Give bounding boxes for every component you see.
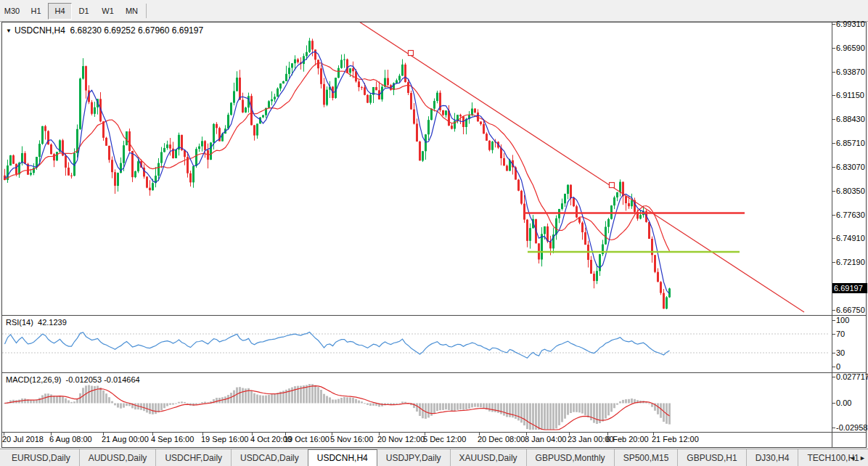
candlestick-chart[interactable] [2,23,832,315]
rsi-axis-label: 70 [836,330,845,338]
axis-divider [832,23,832,447]
price-axis-label: 6.91150 [836,91,864,99]
rsi-axis-label: 100 [836,316,849,324]
pane-separator [2,432,866,433]
price-axis-label: 6.85710 [836,139,865,147]
toolbar-separator [146,4,147,18]
time-axis-tick [607,433,608,436]
time-axis-tick [569,433,570,436]
tab-usdcnh-h4[interactable]: USDCNH,H4 [308,449,377,466]
price-axis-label: 6.74910 [836,234,865,242]
symbol-tabbar: EURUSD,DailyAUDUSD,DailyUSDCHF,DailyUSDC… [0,449,868,466]
macd-values: -0.012053 -0.014664 [66,375,140,384]
time-axis-label: 19 Sep 16:00 [201,435,248,443]
timeframe-toolbar: M30H1H4D1W1MN [0,0,868,22]
price-axis-label: 6.80350 [836,187,865,195]
tab-xauusd-daily[interactable]: XAUUSD,Daily [450,449,526,466]
time-axis-tick [379,433,380,436]
time-axis-label: 20 Nov 12:00 [377,435,425,443]
time-axis-tick [152,433,153,436]
price-axis-label: 6.88430 [836,115,865,123]
macd-axis-label: 0.027717 [836,372,868,381]
timeframe-button-w1[interactable]: W1 [96,3,120,20]
tab-audusd-daily[interactable]: AUDUSD,Daily [79,449,156,466]
tab-scroll-right-icon[interactable]: ► [859,454,866,462]
timeframe-button-m30[interactable]: M30 [0,3,24,20]
tab-usdcad-daily[interactable]: USDCAD,Daily [231,449,308,466]
time-axis-label: 4 Sep 16:00 [151,435,194,443]
tab-eurusd-daily[interactable]: EURUSD,Daily [3,449,79,466]
time-axis-label: 8 Jan 04:00 [525,435,567,443]
price-axis-label: 6.77630 [836,210,865,219]
price-axis-label: 6.66750 [836,306,865,314]
timeframe-button-mn[interactable]: MN [120,3,144,20]
time-axis-tick [653,433,654,436]
current-price-tag: 6.69197 [832,283,867,293]
tab-gbpusd-monthly[interactable]: GBPUSD,Monthly [526,449,614,466]
tab-scroll-left-icon[interactable]: ◄ [849,454,856,462]
macd-name: MACD(12,26,9) [6,375,61,384]
macd-axis-label: 0.00 [836,398,851,407]
time-axis-tick [202,433,203,436]
price-axis-label: 6.93870 [836,68,865,76]
price-axis-label: 6.83070 [836,163,865,171]
time-axis-tick [4,433,4,436]
macd-label: MACD(12,26,9) -0.012053 -0.014664 [6,375,140,384]
time-axis-tick [526,433,527,436]
rsi-name: RSI(14) [6,318,33,327]
tab-dj30-h4[interactable]: DJ30,H4 [746,449,798,466]
time-axis-label: 19 Oct 16:00 [284,435,329,443]
timeframe-button-h1[interactable]: H1 [24,3,48,20]
time-axis-label: 21 Feb 12:00 [652,435,699,443]
pane-separator[interactable] [2,372,866,373]
mt4-window: M30H1H4D1W1MN ▼USDCNH,H4 6.68230 6.69252… [0,0,868,466]
time-axis-tick [285,433,286,436]
tab-gbpusd-h1[interactable]: GBPUSD,H1 [677,449,745,466]
tab-usdjpy-daily[interactable]: USDJPY,Daily [377,449,450,466]
time-axis-label: 20 Jul 2018 [2,435,44,443]
price-axis-label: 6.96590 [836,44,865,52]
rsi-axis-label: 30 [836,348,845,357]
chart-title: ▼USDCNH,H4 6.68230 6.69252 6.67960 6.691… [6,25,203,36]
time-axis-label: 6 Feb 20:00 [606,435,649,443]
rsi-value: 42.1239 [38,318,67,327]
macd-axis-label: -0.029582 [836,423,868,432]
time-axis-label: 5 Dec 12:00 [423,435,466,443]
chart-area: ▼USDCNH,H4 6.68230 6.69252 6.67960 6.691… [1,22,867,448]
time-axis-tick [103,433,104,436]
rsi-label: RSI(14) 42.1239 [6,318,67,327]
pane-separator[interactable] [2,315,866,316]
time-axis-label: 21 Aug 00:00 [102,435,149,443]
rsi-indicator-pane[interactable] [2,316,832,372]
price-axis-label: 6.99310 [836,20,865,28]
timeframe-button-h4[interactable]: H4 [48,3,72,20]
tab-sp500-m15[interactable]: SP500,M15 [614,449,678,466]
timeframe-button-d1[interactable]: D1 [72,3,96,20]
rsi-axis-label: 0 [836,362,840,371]
time-axis-tick [479,433,480,436]
price-axis-label: 6.72190 [836,258,865,266]
time-axis-label: 20 Dec 08:00 [478,435,525,443]
time-axis-tick [332,433,332,436]
chart-dropdown-icon[interactable]: ▼ [6,28,12,34]
time-axis-tick [51,433,52,436]
time-axis-label: 5 Nov 16:00 [330,435,373,443]
tab-scroll-arrows: ◄► [849,449,866,466]
ohlc-values: 6.68230 6.69252 6.67960 6.69197 [70,25,204,36]
time-axis-tick [425,433,425,436]
symbol-timeframe-label: USDCNH,H4 [15,25,65,36]
time-axis-tick [252,433,253,436]
tab-usdchf-daily[interactable]: USDCHF,Daily [155,449,231,466]
time-axis-label: 6 Aug 08:00 [49,435,92,443]
